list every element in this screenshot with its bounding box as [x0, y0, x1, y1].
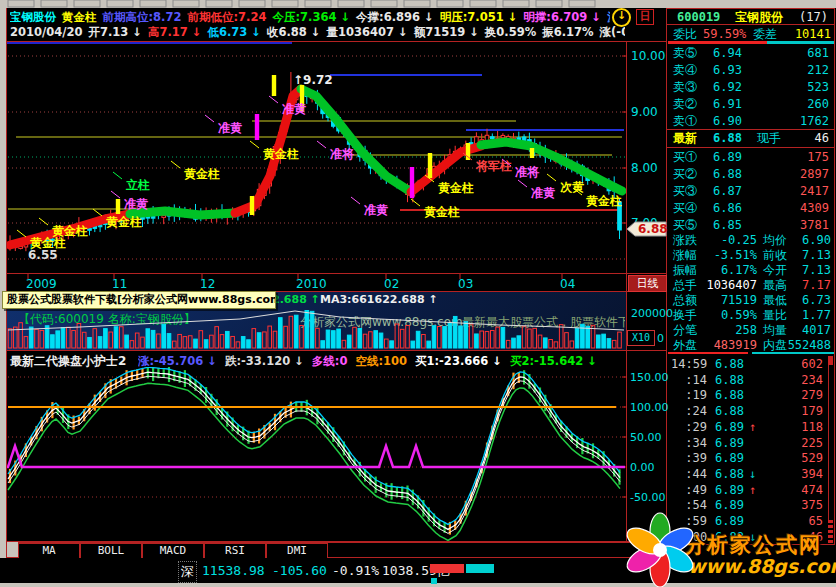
decline-bar — [466, 564, 494, 573]
tooltip-text: 股票公式股票软件下载[分析家公式网www.88gs.com] — [3, 293, 276, 306]
latest-price: 6.88 — [713, 130, 753, 147]
tick-time: :24 — [671, 403, 707, 419]
index-change-pct: -0.91% — [332, 561, 379, 581]
tick-row: :396.89529 — [669, 450, 834, 466]
stat-row: 振幅6.17%今开7.13 — [669, 263, 834, 278]
daily-field-6: 额71519 ↓ — [414, 25, 479, 39]
tick-price: 6.89 — [715, 450, 751, 466]
scrollbar-down-marks[interactable] — [828, 520, 833, 544]
tick-time: :29 — [671, 419, 707, 435]
stat-row: 外盘483919内盘552488 — [669, 338, 834, 353]
info-bar-line1: 宝钢股份黄金柱前期高位:8.72前期低位:7.24今压:7.364 ↓今撑:6.… — [10, 10, 610, 24]
tick-volume: 225 — [765, 435, 823, 451]
info-bar-line2: 2010/04/20开7.13 ↓高7.17 ↓低6.73 ↓收6.88 ↓量1… — [10, 25, 625, 39]
stat-value-2: 7.13 — [773, 263, 831, 278]
stat-row: 涨幅-3.51%前收7.13 — [669, 248, 834, 263]
volume-block — [431, 578, 437, 584]
info-field-7: 明撑:6.709 ↓ — [523, 10, 601, 24]
bid-row-5: 买⑤6.853781 — [669, 217, 834, 234]
tick-volume: 65 — [765, 513, 823, 529]
tick-volume: 234 — [765, 372, 823, 388]
tick-price: 6.89 — [715, 513, 751, 529]
ask-volume: 1762 — [769, 113, 829, 130]
bid-label: 买③ — [673, 183, 705, 200]
stat-value-1: 0.59% — [699, 308, 757, 323]
ask-label: 卖④ — [673, 62, 705, 79]
volume-header-ma3: MA3:661622.688 ↑ — [320, 293, 438, 306]
tick-row: :246.88179 — [669, 403, 834, 419]
tick-arrow-up: ↑ — [749, 419, 761, 435]
latest-bottom-line — [667, 147, 835, 148]
indicator-field-4: 买1:-23.666 ↓ — [415, 354, 502, 368]
tab-ma[interactable]: MA — [18, 543, 80, 559]
tick-time: :39 — [671, 450, 707, 466]
volume-watermark-tail: 最新最大股票公式，股票软件下载网站 — [462, 314, 625, 331]
now-volume: 46 — [795, 130, 829, 147]
ratio-red-part — [668, 41, 767, 44]
volume-multiplier-label: X10 — [627, 330, 655, 346]
tick-price: 6.89 — [715, 482, 751, 498]
toolbar-strip — [0, 0, 836, 8]
stat-row: 换手0.59%量比1.77 — [669, 308, 834, 323]
download-tooltip-banner[interactable]: 股票公式股票软件下载[分析家公式网www.88gs.com] — [2, 291, 276, 309]
indicator-header-values: 涨:-45.706 ↓跌:-33.120 ↓多线:0空线:100买1:-23.6… — [138, 354, 623, 368]
ask-volume: 681 — [769, 45, 829, 62]
anchor-down-icon[interactable]: ↓ — [612, 8, 631, 27]
daily-field-9: 涨(-0.25)-3.51% — [600, 25, 625, 39]
bid-label: 买② — [673, 166, 705, 183]
volume-watermark-code: 【代码:600019 名称:宝钢股份】 — [18, 311, 196, 328]
latest-row: 最新6.88现手46 — [669, 130, 834, 147]
title-underline — [667, 24, 835, 25]
bid-price: 6.86 — [713, 200, 753, 217]
ask-price: 6.92 — [713, 79, 753, 96]
ask-label: 卖③ — [673, 79, 705, 96]
bid-row-2: 买②6.882897 — [669, 166, 834, 183]
bid-volume: 175 — [769, 149, 829, 166]
tab-dmi[interactable]: DMI — [266, 543, 328, 559]
bid-price: 6.88 — [713, 166, 753, 183]
stat-value-2: 6.73 — [773, 293, 831, 308]
stat-value-1: 71519 — [699, 293, 757, 308]
bid-price: 6.85 — [713, 217, 753, 234]
scrollbar-up-arrow[interactable] — [828, 356, 833, 365]
stat-value-2: 4017 — [773, 323, 831, 338]
period-day-button[interactable]: 日 — [636, 9, 654, 25]
tick-row: 14:596.88602 — [669, 356, 834, 372]
info-field-1: 黄金柱 — [62, 10, 97, 24]
info-field-2: 前期高位:8.72 — [103, 10, 182, 24]
tab-rsi[interactable]: RSI — [204, 543, 266, 559]
tick-time: 14:59 — [671, 356, 707, 372]
ask-row-1: 卖①6.901762 — [669, 113, 834, 130]
now-label: 现手 — [757, 130, 789, 147]
advance-bar — [430, 564, 464, 573]
indicator-field-3: 空线:100 — [355, 354, 407, 368]
inner-volume-underline — [752, 352, 834, 354]
index-value: 11538.98 — [202, 561, 265, 581]
tick-price: 6.88 — [715, 356, 751, 372]
stat-row: 总额71519最低6.73 — [669, 293, 834, 308]
ask-price: 6.91 — [713, 96, 753, 113]
tab-macd[interactable]: MACD — [142, 543, 204, 559]
info-field-8: 流通亿股:17 — [607, 10, 610, 24]
chart-column — [6, 8, 666, 542]
tab-boll[interactable]: BOLL — [80, 543, 142, 559]
indicator-field-5: 买2:-15.642 ↓ — [510, 354, 597, 368]
info-field-3: 前期低位:7.24 — [187, 10, 266, 24]
tick-volume: 118 — [765, 419, 823, 435]
tick-time: :44 — [671, 466, 707, 482]
stat-value-2: 1.77 — [773, 308, 831, 323]
ask-label: 卖⑤ — [673, 45, 705, 62]
ask-price: 6.90 — [713, 113, 753, 130]
tick-row: :346.89225 — [669, 435, 834, 451]
tabbar-corner — [0, 542, 18, 558]
tick-scrollbar[interactable] — [828, 356, 834, 544]
stat-label-1: 振幅 — [673, 263, 701, 278]
daily-field-2: 高7.17 ↓ — [148, 25, 202, 39]
daily-field-7: 换0.59% — [485, 25, 536, 39]
tick-volume: 279 — [765, 387, 823, 403]
period-label[interactable]: 日线 — [628, 275, 667, 292]
stat-value-2: 6.90 — [773, 233, 831, 248]
ask-row-3: 卖③6.92523 — [669, 79, 834, 96]
bid-label: 买① — [673, 149, 705, 166]
indicator-field-1: 跌:-33.120 ↓ — [225, 354, 304, 368]
